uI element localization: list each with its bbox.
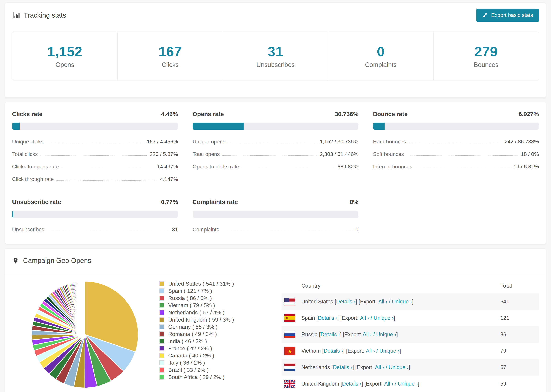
tracking-stats-card: Tracking stats Export basic stats 1,152O… <box>5 3 546 98</box>
export-unique-link[interactable]: Unique › <box>389 364 409 371</box>
detail-row: Internal bounces19 / 6.81% <box>373 164 539 170</box>
detail-row: Clicks to opens rate14.497% <box>12 164 178 170</box>
bracket: [ <box>322 348 324 354</box>
export-unique-link[interactable]: Unique › <box>374 315 394 321</box>
geo-legend: United States ( 541 / 31% )Spain ( 121 /… <box>159 280 241 381</box>
detail-label: Unique clicks <box>12 139 43 145</box>
legend-item: France ( 42 / 2% ) <box>159 345 241 352</box>
detail-value: 1,152 / 30.736% <box>320 139 359 145</box>
detail-row: Total opens2,303 / 61.446% <box>192 151 358 157</box>
legend-swatch <box>159 317 164 322</box>
legend-label: Germany ( 55 / 3% ) <box>168 324 218 330</box>
bracket: [ <box>340 381 342 387</box>
legend-swatch <box>159 295 164 301</box>
progress-bar <box>12 210 178 218</box>
details-link[interactable]: Details › <box>342 381 361 387</box>
dotted-leader <box>407 155 518 156</box>
export-unique-link[interactable]: Unique › <box>379 348 399 354</box>
details-link[interactable]: Details › <box>336 299 356 305</box>
detail-label: Soft bounces <box>373 151 404 157</box>
export-unique-link[interactable]: Unique › <box>376 331 396 338</box>
pie-slice-other-69[interactable] <box>85 281 85 335</box>
bracket: ] <box>340 331 343 338</box>
details-link[interactable]: Details › <box>318 315 338 321</box>
geo-table-row-ru: Russia [Details ›] [Export: All › / Uniq… <box>282 326 539 343</box>
tracking-stats-title: Tracking stats <box>12 11 66 19</box>
detail-row: Unique clicks167 / 4.456% <box>12 139 178 145</box>
export-prefix: [Export: <box>340 315 360 321</box>
total-cell: 79 <box>500 348 539 354</box>
legend-swatch <box>159 324 164 329</box>
country-name: Netherlands <box>301 364 332 371</box>
detail-value: 14.497% <box>157 164 178 170</box>
legend-label: Romania ( 49 / 3% ) <box>168 331 217 337</box>
legend-label: Brazil ( 33 / 2% ) <box>168 367 209 373</box>
stat-label: Bounces <box>474 61 498 68</box>
bracket: [ <box>316 315 318 321</box>
country-cell: United States [Details ›] [Export: All ›… <box>282 298 500 305</box>
export-basic-stats-button[interactable]: Export basic stats <box>476 9 539 22</box>
progress-bar-fill <box>12 210 13 218</box>
export-prefix: [Export: <box>343 331 363 338</box>
country-column-header: Country <box>282 283 500 289</box>
progress-bar-fill <box>192 123 243 130</box>
rate-title: Unsubscribe rate <box>12 199 61 205</box>
detail-value: 242 / 86.738% <box>505 139 539 145</box>
stat-label: Opens <box>56 61 74 68</box>
bracket: ] <box>396 331 398 338</box>
bracket: ] <box>337 315 340 321</box>
export-unique-link[interactable]: Unique › <box>398 381 418 387</box>
rate-header: Unsubscribe rate0.77% <box>12 199 178 205</box>
legend-label: United Kingdom ( 59 / 3% ) <box>168 317 234 323</box>
legend-item: Romania ( 49 / 3% ) <box>159 330 241 338</box>
rate-value: 30.736% <box>335 111 358 118</box>
geo-table: Country Total United States [Details ›] … <box>282 278 539 392</box>
slash-separator: / <box>386 364 389 371</box>
stat-cell-complaints: 0Complaints <box>328 32 433 80</box>
detail-label: Total clicks <box>12 151 38 157</box>
rate-detail-rows: Hard bounces242 / 86.738%Soft bounces18 … <box>373 139 539 170</box>
stat-label: Complaints <box>365 61 397 68</box>
dashboard-page: Tracking stats Export basic stats 1,152O… <box>0 0 551 392</box>
details-link[interactable]: Details › <box>324 348 343 354</box>
detail-label: Complaints <box>192 227 219 233</box>
total-cell: 59 <box>500 381 539 387</box>
country-name: Russia <box>301 331 319 338</box>
detail-label: Click through rate <box>12 176 54 182</box>
export-prefix: [Export: <box>346 348 366 354</box>
dotted-leader <box>61 168 154 168</box>
dotted-leader <box>222 155 317 156</box>
detail-value: 689.82% <box>338 164 358 170</box>
legend-item: India ( 46 / 3% ) <box>159 338 241 345</box>
rate-title: Complaints rate <box>192 199 238 205</box>
progress-bar-fill <box>12 123 20 130</box>
details-link[interactable]: Details › <box>333 364 352 371</box>
detail-label: Hard bounces <box>373 139 406 145</box>
stat-cell-clicks: 167Clicks <box>118 32 223 80</box>
export-all-link[interactable]: All › <box>378 299 389 305</box>
detail-row: Soft bounces18 / 0% <box>373 151 539 157</box>
progress-bar <box>12 123 178 130</box>
slash-separator: / <box>373 331 376 338</box>
tracking-stats-header: Tracking stats Export basic stats <box>12 9 539 22</box>
progress-bar <box>192 123 358 130</box>
geo-pie-chart[interactable] <box>30 280 140 389</box>
stat-label: Clicks <box>162 61 179 68</box>
rate-detail-rows: Complaints0 <box>192 227 358 233</box>
detail-value: 19 / 6.81% <box>514 164 539 170</box>
export-all-link[interactable]: All › <box>384 381 395 387</box>
rates-card: Clicks rate4.46%Unique clicks167 / 4.456… <box>5 102 546 244</box>
dotted-leader <box>409 143 502 143</box>
slash-separator: / <box>395 381 398 387</box>
export-all-link[interactable]: All › <box>363 331 373 338</box>
bracket: ] <box>409 364 410 371</box>
export-all-link[interactable]: All › <box>366 348 376 354</box>
detail-row: Unsubscribes31 <box>12 227 178 233</box>
details-link[interactable]: Details › <box>320 331 340 338</box>
legend-item: Italy ( 36 / 2% ) <box>159 359 241 366</box>
export-all-link[interactable]: All › <box>360 315 371 321</box>
export-all-link[interactable]: All › <box>375 364 386 371</box>
rate-block-clicks-rate: Clicks rate4.46%Unique clicks167 / 4.456… <box>12 111 178 182</box>
export-unique-link[interactable]: Unique › <box>392 299 412 305</box>
total-cell: 67 <box>500 364 539 371</box>
